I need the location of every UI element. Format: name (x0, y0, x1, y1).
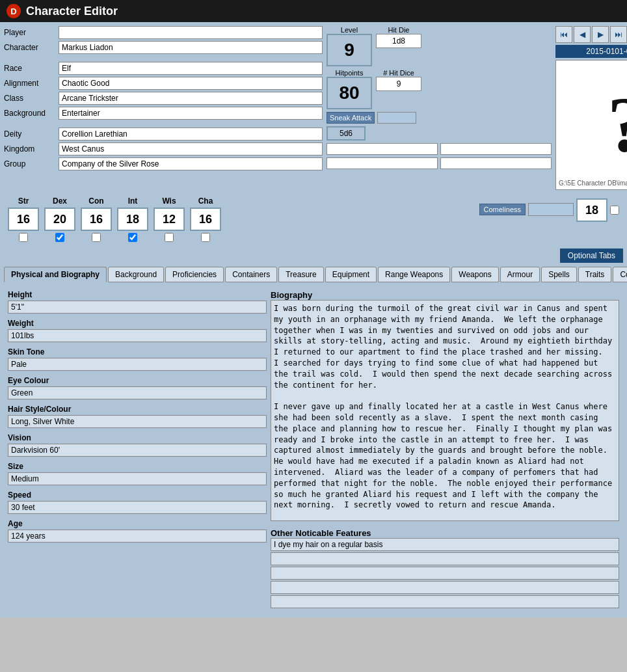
age-input[interactable] (8, 530, 267, 543)
character-name-input[interactable] (59, 41, 323, 54)
height-input[interactable] (8, 301, 267, 314)
notable-input-3[interactable] (271, 567, 619, 580)
vision-input[interactable] (8, 444, 267, 457)
tab-range-weapons[interactable]: Range Weapons (378, 267, 450, 282)
nav-last-button[interactable]: ⏭ (610, 26, 627, 43)
height-group: Height (8, 290, 267, 314)
nav-next-button[interactable]: ▶ (592, 26, 609, 43)
con-col: Con 16 (81, 196, 112, 242)
player-input[interactable] (59, 26, 323, 39)
tab-traits[interactable]: Traits (578, 267, 612, 282)
tab-equipment[interactable]: Equipment (325, 267, 377, 282)
tab-containers[interactable]: Containers (225, 267, 277, 282)
kingdom-input[interactable] (59, 142, 323, 155)
cha-label: Cha (198, 196, 213, 206)
image-panel: ⏮ ◀ ▶ ⏭ 🗋 + 💾 🗑 2015-0101-0101-01001 ? G… (555, 26, 627, 190)
toolbar-row: ⏮ ◀ ▶ ⏭ 🗋 + 💾 🗑 (555, 26, 627, 43)
weight-input[interactable] (8, 329, 267, 342)
speed-input[interactable] (8, 501, 267, 514)
tab-background[interactable]: Background (108, 267, 164, 282)
speed-label: Speed (8, 491, 267, 500)
class-input[interactable] (59, 92, 323, 105)
alignment-row: Alignment (4, 77, 323, 90)
notable-input-2[interactable] (271, 552, 619, 565)
biography-textarea[interactable]: I was born during the turmoil of the gre… (271, 300, 619, 521)
cha-check[interactable] (201, 233, 210, 242)
placeholder-image: ? (607, 80, 627, 170)
alignment-input[interactable] (59, 77, 323, 90)
dex-value: 20 (44, 208, 75, 231)
tab-proficiencies[interactable]: Proficiencies (165, 267, 224, 282)
background-row: Background (4, 107, 323, 120)
group-row: Group (4, 157, 323, 170)
eye-colour-input[interactable] (8, 386, 267, 399)
tab-content: Height Weight Skin Tone Eye Colour Hair … (4, 286, 623, 613)
comeliness-check[interactable] (610, 206, 619, 215)
tab-physical-biography[interactable]: Physical and Biography (4, 267, 107, 282)
age-label: Age (8, 519, 267, 528)
deity-row: Deity (4, 128, 323, 141)
char-id-bar: 2015-0101-0101-01001 (555, 45, 627, 58)
extra-field-2[interactable] (440, 143, 552, 155)
ability-scores-panel: Str 16 Dex 20 Con 16 Int 18 Wis 12 Cha 1… (4, 193, 623, 246)
wis-value: 12 (153, 208, 185, 231)
str-check[interactable] (19, 233, 28, 242)
con-label: Con (88, 196, 103, 206)
extra-field-3[interactable] (327, 157, 438, 169)
eye-colour-label: Eye Colour (8, 376, 267, 385)
sneak-value-row: 5d6 (327, 126, 552, 141)
extra-field-1[interactable] (327, 143, 438, 155)
notable-input-4[interactable] (271, 581, 619, 594)
weight-label: Weight (8, 319, 267, 328)
hair-input[interactable] (8, 415, 267, 428)
int-check[interactable] (128, 233, 137, 242)
comeliness-input[interactable] (528, 203, 574, 216)
race-label: Race (4, 64, 56, 73)
con-check[interactable] (92, 233, 101, 242)
vision-label: Vision (8, 433, 267, 442)
race-input[interactable] (59, 62, 323, 75)
notable-features-group: Other Noticable Features (271, 528, 619, 610)
titlebar: D Character Editor (0, 0, 627, 22)
biography-section: Biography I was born during the turmoil … (271, 290, 619, 610)
wis-check[interactable] (165, 233, 174, 242)
age-group: Age (8, 519, 267, 543)
level-label: Level (341, 26, 358, 34)
nav-prev-button[interactable]: ◀ (574, 26, 591, 43)
sneak-attack-extra-input[interactable] (377, 112, 416, 124)
character-name-row: Character (4, 41, 323, 54)
deity-label: Deity (4, 129, 56, 139)
background-label: Background (4, 109, 56, 118)
hitpoints-label: Hitpoints (336, 69, 364, 77)
sneak-attack-row: Sneak Attack (327, 112, 552, 124)
class-label: Class (4, 94, 56, 103)
extra-field-4[interactable] (440, 157, 552, 169)
size-input[interactable] (8, 472, 267, 485)
height-label: Height (8, 290, 267, 299)
tab-weapons[interactable]: Weapons (451, 267, 498, 282)
deity-input[interactable] (59, 128, 323, 141)
comeliness-label: Comeliness (479, 204, 526, 215)
nav-first-button[interactable]: ⏮ (555, 26, 572, 43)
dex-label: Dex (53, 196, 67, 206)
nav-buttons: ⏮ ◀ ▶ ⏭ (555, 26, 627, 43)
level-hitdie-row: Level 9 Hit Die 1d8 (327, 26, 552, 66)
dex-check[interactable] (55, 233, 64, 242)
tab-treasure[interactable]: Treasure (278, 267, 324, 282)
group-input[interactable] (59, 157, 323, 170)
notable-input-5[interactable] (271, 595, 619, 608)
hitpoints-value: 80 (327, 77, 372, 109)
tab-contacts[interactable]: Contacts (613, 267, 627, 282)
tab-spells[interactable]: Spells (541, 267, 577, 282)
tab-armour[interactable]: Armour (500, 267, 540, 282)
extra-row-2 (327, 157, 552, 169)
skin-tone-input[interactable] (8, 358, 267, 371)
background-input[interactable] (59, 107, 323, 120)
int-value: 18 (117, 208, 148, 231)
notable-input-1[interactable] (271, 538, 619, 551)
speed-group: Speed (8, 491, 267, 514)
hitpoints-section: Hitpoints 80 (327, 69, 372, 109)
optional-tabs-label: Optional Tabs (560, 249, 623, 263)
kingdom-row: Kingdom (4, 142, 323, 155)
top-row: Player Character Race Alignment Class (4, 26, 623, 190)
